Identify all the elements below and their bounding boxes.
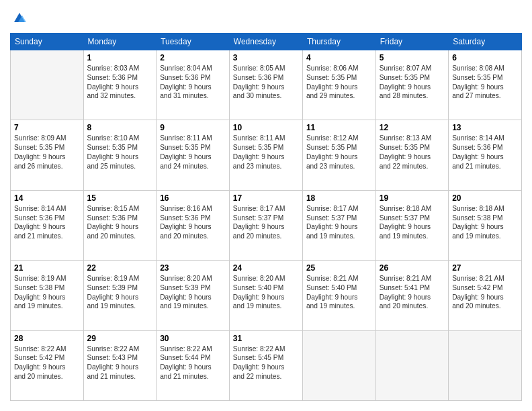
day-number: 18 — [306, 193, 372, 203]
weekday-header: Wednesday — [229, 34, 302, 50]
day-info: Sunrise: 8:19 AM Sunset: 5:38 PM Dayligh… — [14, 274, 80, 311]
day-info: Sunrise: 8:08 AM Sunset: 5:35 PM Dayligh… — [452, 64, 518, 101]
day-number: 22 — [87, 263, 153, 273]
day-info: Sunrise: 8:14 AM Sunset: 5:36 PM Dayligh… — [452, 134, 518, 171]
day-info: Sunrise: 8:16 AM Sunset: 5:36 PM Dayligh… — [160, 204, 226, 241]
day-info: Sunrise: 8:06 AM Sunset: 5:35 PM Dayligh… — [306, 64, 372, 101]
calendar-cell: 23Sunrise: 8:20 AM Sunset: 5:39 PM Dayli… — [157, 261, 230, 330]
day-info: Sunrise: 8:18 AM Sunset: 5:38 PM Dayligh… — [452, 204, 518, 241]
weekday-header: Thursday — [302, 34, 375, 50]
calendar-cell: 27Sunrise: 8:21 AM Sunset: 5:42 PM Dayli… — [449, 261, 522, 330]
calendar-cell: 6Sunrise: 8:08 AM Sunset: 5:35 PM Daylig… — [449, 50, 522, 120]
day-info: Sunrise: 8:17 AM Sunset: 5:37 PM Dayligh… — [233, 204, 299, 241]
weekday-header: Monday — [83, 34, 157, 50]
calendar-cell: 8Sunrise: 8:10 AM Sunset: 5:35 PM Daylig… — [83, 120, 157, 190]
calendar-cell — [302, 330, 375, 400]
calendar-cell: 13Sunrise: 8:14 AM Sunset: 5:36 PM Dayli… — [449, 120, 522, 190]
day-number: 7 — [14, 123, 80, 132]
week-row: 28Sunrise: 8:22 AM Sunset: 5:42 PM Dayli… — [11, 330, 522, 400]
calendar-cell — [449, 330, 522, 400]
calendar-cell: 18Sunrise: 8:17 AM Sunset: 5:37 PM Dayli… — [302, 190, 375, 260]
calendar-cell: 25Sunrise: 8:21 AM Sunset: 5:40 PM Dayli… — [302, 261, 375, 330]
day-info: Sunrise: 8:11 AM Sunset: 5:35 PM Dayligh… — [233, 134, 299, 171]
day-info: Sunrise: 8:20 AM Sunset: 5:39 PM Dayligh… — [160, 274, 226, 311]
calendar-cell: 22Sunrise: 8:19 AM Sunset: 5:39 PM Dayli… — [83, 261, 157, 330]
day-info: Sunrise: 8:19 AM Sunset: 5:39 PM Dayligh… — [87, 274, 153, 311]
day-info: Sunrise: 8:10 AM Sunset: 5:35 PM Dayligh… — [87, 134, 153, 171]
day-number: 3 — [233, 53, 299, 62]
day-number: 27 — [452, 263, 518, 273]
calendar-cell: 2Sunrise: 8:04 AM Sunset: 5:36 PM Daylig… — [157, 50, 230, 120]
day-number: 15 — [87, 193, 153, 203]
day-number: 21 — [14, 263, 80, 273]
calendar-cell: 11Sunrise: 8:12 AM Sunset: 5:35 PM Dayli… — [302, 120, 375, 190]
day-number: 4 — [306, 53, 372, 62]
day-number: 1 — [87, 53, 153, 62]
week-row: 14Sunrise: 8:14 AM Sunset: 5:36 PM Dayli… — [11, 190, 522, 260]
calendar-cell: 17Sunrise: 8:17 AM Sunset: 5:37 PM Dayli… — [229, 190, 302, 260]
page: SundayMondayTuesdayWednesdayThursdayFrid… — [0, 0, 532, 411]
day-number: 25 — [306, 263, 372, 273]
calendar-cell: 12Sunrise: 8:13 AM Sunset: 5:35 PM Dayli… — [375, 120, 448, 190]
calendar-cell: 15Sunrise: 8:15 AM Sunset: 5:36 PM Dayli… — [83, 190, 157, 260]
day-number: 17 — [233, 193, 299, 203]
day-number: 29 — [87, 334, 153, 343]
day-info: Sunrise: 8:14 AM Sunset: 5:36 PM Dayligh… — [14, 204, 80, 241]
day-number: 9 — [160, 123, 226, 132]
week-row: 7Sunrise: 8:09 AM Sunset: 5:35 PM Daylig… — [11, 120, 522, 190]
day-info: Sunrise: 8:13 AM Sunset: 5:35 PM Dayligh… — [380, 134, 445, 171]
day-number: 16 — [160, 193, 226, 203]
week-row: 1Sunrise: 8:03 AM Sunset: 5:36 PM Daylig… — [11, 50, 522, 120]
calendar-cell: 30Sunrise: 8:22 AM Sunset: 5:44 PM Dayli… — [157, 330, 230, 400]
logo — [10, 10, 28, 26]
calendar-cell: 24Sunrise: 8:20 AM Sunset: 5:40 PM Dayli… — [229, 261, 302, 330]
calendar-cell: 10Sunrise: 8:11 AM Sunset: 5:35 PM Dayli… — [229, 120, 302, 190]
weekday-header: Friday — [375, 34, 448, 50]
day-number: 8 — [87, 123, 153, 132]
day-info: Sunrise: 8:22 AM Sunset: 5:42 PM Dayligh… — [14, 345, 80, 381]
calendar-cell: 16Sunrise: 8:16 AM Sunset: 5:36 PM Dayli… — [157, 190, 230, 260]
day-number: 11 — [306, 123, 372, 132]
day-info: Sunrise: 8:04 AM Sunset: 5:36 PM Dayligh… — [160, 64, 226, 101]
calendar-cell: 3Sunrise: 8:05 AM Sunset: 5:36 PM Daylig… — [229, 50, 302, 120]
calendar-cell: 21Sunrise: 8:19 AM Sunset: 5:38 PM Dayli… — [11, 261, 84, 330]
weekday-header: Sunday — [11, 34, 84, 50]
weekday-header: Saturday — [449, 34, 522, 50]
day-info: Sunrise: 8:15 AM Sunset: 5:36 PM Dayligh… — [87, 204, 153, 241]
calendar-cell: 31Sunrise: 8:22 AM Sunset: 5:45 PM Dayli… — [229, 330, 302, 400]
day-info: Sunrise: 8:17 AM Sunset: 5:37 PM Dayligh… — [306, 204, 372, 241]
day-info: Sunrise: 8:22 AM Sunset: 5:44 PM Dayligh… — [160, 345, 226, 381]
calendar-cell — [11, 50, 84, 120]
day-number: 13 — [452, 123, 518, 132]
calendar-cell: 28Sunrise: 8:22 AM Sunset: 5:42 PM Dayli… — [11, 330, 84, 400]
day-info: Sunrise: 8:21 AM Sunset: 5:41 PM Dayligh… — [380, 274, 445, 311]
day-number: 19 — [380, 193, 445, 203]
calendar: SundayMondayTuesdayWednesdayThursdayFrid… — [10, 33, 522, 401]
calendar-cell: 7Sunrise: 8:09 AM Sunset: 5:35 PM Daylig… — [11, 120, 84, 190]
calendar-cell: 1Sunrise: 8:03 AM Sunset: 5:36 PM Daylig… — [83, 50, 157, 120]
day-number: 6 — [452, 53, 518, 62]
calendar-cell: 5Sunrise: 8:07 AM Sunset: 5:35 PM Daylig… — [375, 50, 448, 120]
day-number: 31 — [233, 334, 299, 343]
calendar-cell — [375, 330, 448, 400]
header — [10, 10, 522, 26]
calendar-cell: 14Sunrise: 8:14 AM Sunset: 5:36 PM Dayli… — [11, 190, 84, 260]
day-info: Sunrise: 8:18 AM Sunset: 5:37 PM Dayligh… — [380, 204, 445, 241]
calendar-cell: 4Sunrise: 8:06 AM Sunset: 5:35 PM Daylig… — [302, 50, 375, 120]
calendar-cell: 9Sunrise: 8:11 AM Sunset: 5:35 PM Daylig… — [157, 120, 230, 190]
day-number: 30 — [160, 334, 226, 343]
day-number: 20 — [452, 193, 518, 203]
day-number: 2 — [160, 53, 226, 62]
day-info: Sunrise: 8:20 AM Sunset: 5:40 PM Dayligh… — [233, 274, 299, 311]
day-info: Sunrise: 8:03 AM Sunset: 5:36 PM Dayligh… — [87, 64, 153, 101]
calendar-cell: 20Sunrise: 8:18 AM Sunset: 5:38 PM Dayli… — [449, 190, 522, 260]
day-info: Sunrise: 8:22 AM Sunset: 5:43 PM Dayligh… — [87, 345, 153, 381]
day-info: Sunrise: 8:12 AM Sunset: 5:35 PM Dayligh… — [306, 134, 372, 171]
day-number: 5 — [380, 53, 445, 62]
calendar-cell: 26Sunrise: 8:21 AM Sunset: 5:41 PM Dayli… — [375, 261, 448, 330]
day-info: Sunrise: 8:09 AM Sunset: 5:35 PM Dayligh… — [14, 134, 80, 171]
day-number: 10 — [233, 123, 299, 132]
day-info: Sunrise: 8:21 AM Sunset: 5:40 PM Dayligh… — [306, 274, 372, 311]
day-info: Sunrise: 8:07 AM Sunset: 5:35 PM Dayligh… — [380, 64, 445, 101]
day-number: 12 — [380, 123, 445, 132]
